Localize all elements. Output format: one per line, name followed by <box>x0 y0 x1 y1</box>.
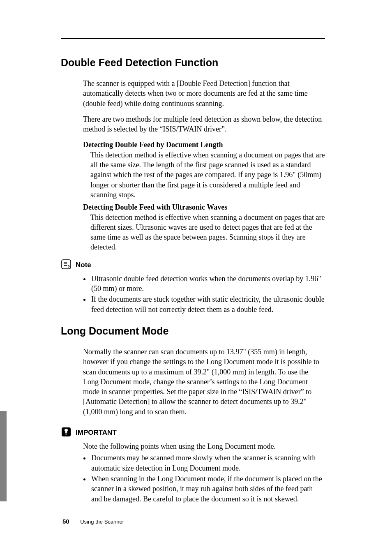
page-number: 50 <box>62 518 69 525</box>
svg-rect-0 <box>62 260 71 269</box>
important-item: Documents may be scanned more slowly whe… <box>90 453 325 473</box>
footer-title: Using the Scanner <box>80 519 124 525</box>
svg-rect-5 <box>65 432 67 433</box>
subhead-length: Detecting Double Feed by Document Length <box>83 140 325 150</box>
important-label: IMPORTANT <box>76 429 117 437</box>
important-icon <box>61 427 71 439</box>
important-bullets: Documents may be scanned more slowly whe… <box>90 453 325 503</box>
note-bullets: Ultrasonic double feed detection works w… <box>90 274 325 314</box>
para-long-doc: Normally the scanner can scan documents … <box>83 347 325 417</box>
subbody-ultrasonic: This detection method is effective when … <box>90 212 325 252</box>
para-methods-dfd: There are two methods for multiple feed … <box>83 114 325 134</box>
top-rule <box>61 38 325 39</box>
important-item: When scanning in the Long Document mode,… <box>90 474 325 504</box>
important-intro: Note the following points when using the… <box>83 441 325 451</box>
page-footer: 50 Using the Scanner <box>62 518 124 525</box>
side-tab <box>0 411 7 501</box>
para-intro-dfd: The scanner is equipped with a [Double F… <box>83 78 325 108</box>
note-item: If the documents are stuck together with… <box>90 294 325 314</box>
note-callout: Note <box>61 259 325 271</box>
note-label: Note <box>76 261 91 269</box>
note-item: Ultrasonic double feed detection works w… <box>90 274 325 294</box>
note-icon <box>61 259 71 271</box>
important-callout: IMPORTANT <box>61 427 325 439</box>
subbody-length: This detection method is effective when … <box>90 150 325 200</box>
svg-rect-7 <box>66 435 67 435</box>
svg-rect-6 <box>65 434 67 434</box>
heading-double-feed: Double Feed Detection Function <box>61 57 325 69</box>
subhead-ultrasonic: Detecting Double Feed with Ultrasonic Wa… <box>83 202 325 212</box>
heading-long-doc: Long Document Mode <box>61 325 325 337</box>
